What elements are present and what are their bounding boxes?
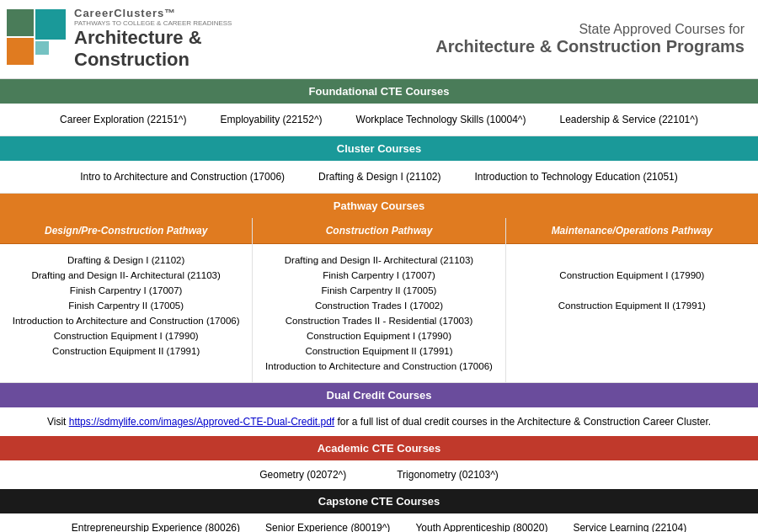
list-item: Finish Carpentry II (17005) bbox=[7, 298, 245, 313]
dual-credit-text-before: Visit bbox=[47, 416, 69, 428]
logo-text: Architecture & Construction bbox=[74, 27, 232, 72]
list-item: Construction Equipment II (17991) bbox=[513, 298, 751, 313]
list-item: Construction Equipment II (17991) bbox=[259, 343, 498, 359]
list-item: Employability (22152^) bbox=[203, 110, 339, 129]
pathway-col-maintenance: Maintenance/Operations Pathway Construct… bbox=[506, 218, 758, 382]
svg-rect-1 bbox=[7, 38, 34, 65]
list-item: Drafting & Design I (21102) bbox=[302, 168, 457, 186]
list-item: Career Exploration (22151^) bbox=[43, 110, 203, 129]
page-header: CareerClusters™ PATHWAYS TO COLLEGE & CA… bbox=[0, 0, 758, 79]
foundational-header: Foundational CTE Courses bbox=[0, 79, 758, 104]
list-item: Finish Carpentry I (17007) bbox=[7, 283, 245, 298]
list-item: Entrepreneurship Experience (80026) bbox=[72, 522, 240, 532]
list-item: Trigonometry (02103^) bbox=[397, 469, 499, 481]
list-item: Leadership & Service (22101^) bbox=[542, 110, 714, 129]
list-item: Construction Equipment I (17990) bbox=[259, 328, 498, 343]
page-title: State Approved Courses for Architecture … bbox=[435, 22, 745, 56]
list-item: Drafting and Design II- Architectural (2… bbox=[259, 253, 498, 268]
career-clusters-subtitle: PATHWAYS TO COLLEGE & CAREER READINESS bbox=[74, 19, 232, 27]
list-item: Drafting and Design II- Architectural (2… bbox=[7, 268, 245, 283]
list-item: Construction Equipment I (17990) bbox=[7, 328, 245, 343]
cluster-courses-row: Intro to Architecture and Construction (… bbox=[0, 161, 758, 194]
list-item: Youth Apprenticeship (80020) bbox=[415, 522, 547, 532]
academic-courses-row: Geometry (02072^) Trigonometry (02103^) bbox=[0, 460, 758, 489]
svg-rect-3 bbox=[35, 41, 49, 55]
pathway-col-maintenance-items: Construction Equipment I (17990) Constru… bbox=[506, 244, 758, 322]
list-item: Service Learning (22104) bbox=[573, 522, 686, 532]
pathway-col-construction-items: Drafting and Design II- Architectural (2… bbox=[253, 244, 504, 382]
list-item: Intro to Architecture and Construction (… bbox=[63, 168, 302, 186]
list-item: Geometry (02072^) bbox=[259, 469, 346, 481]
list-item bbox=[513, 253, 751, 268]
dual-credit-content: Visit https://sdmylife.com/images/Approv… bbox=[0, 407, 758, 436]
pathway-col-design-header: Design/Pre-Construction Pathway bbox=[0, 218, 252, 244]
pathway-col-construction-header: Construction Pathway bbox=[253, 218, 504, 244]
pathway-col-design: Design/Pre-Construction Pathway Drafting… bbox=[0, 218, 253, 382]
list-item: Introduction to Architecture and Constru… bbox=[7, 313, 245, 328]
list-item: Finish Carpentry II (17005) bbox=[259, 283, 498, 298]
capstone-header: Capstone CTE Courses bbox=[0, 489, 758, 513]
foundational-courses-row: Career Exploration (22151^) Employabilit… bbox=[0, 104, 758, 136]
cluster-header: Cluster Courses bbox=[0, 136, 758, 161]
list-item: Construction Equipment I (17990) bbox=[513, 268, 751, 283]
list-item bbox=[513, 283, 751, 298]
pathway-columns: Design/Pre-Construction Pathway Drafting… bbox=[0, 218, 758, 383]
list-item: Drafting & Design I (21102) bbox=[7, 253, 245, 268]
list-item: Construction Equipment II (17991) bbox=[7, 343, 245, 359]
list-item: Construction Trades I (17002) bbox=[259, 298, 498, 313]
list-item: Construction Trades II - Residential (17… bbox=[259, 313, 498, 328]
pathway-col-design-items: Drafting & Design I (21102) Drafting and… bbox=[0, 244, 252, 367]
list-item: Introduction to Architecture and Constru… bbox=[259, 359, 498, 374]
dual-credit-link[interactable]: https://sdmylife.com/images/Approved-CTE… bbox=[69, 416, 334, 428]
career-clusters-badge: CareerClusters™ PATHWAYS TO COLLEGE & CA… bbox=[74, 7, 232, 72]
foundational-courses-list: Career Exploration (22151^) Employabilit… bbox=[17, 110, 741, 129]
pathway-col-construction: Construction Pathway Drafting and Design… bbox=[253, 218, 505, 382]
dual-credit-header: Dual Credit Courses bbox=[0, 383, 758, 407]
logo-icon bbox=[7, 9, 66, 68]
cluster-courses-list: Intro to Architecture and Construction (… bbox=[17, 168, 741, 186]
list-item: Finish Carpentry I (17007) bbox=[259, 268, 498, 283]
dual-credit-text-after: for a full list of dual credit courses i… bbox=[334, 416, 711, 428]
pathway-col-maintenance-header: Maintenance/Operations Pathway bbox=[506, 218, 758, 244]
career-clusters-title: CareerClusters™ bbox=[74, 7, 232, 19]
list-item: Senior Experience (80019^) bbox=[265, 522, 390, 532]
svg-rect-2 bbox=[35, 9, 66, 40]
logo-area: CareerClusters™ PATHWAYS TO COLLEGE & CA… bbox=[7, 7, 232, 72]
list-item: Workplace Technology Skills (10004^) bbox=[339, 110, 543, 129]
academic-header: Academic CTE Courses bbox=[0, 436, 758, 460]
svg-rect-0 bbox=[7, 9, 34, 36]
capstone-courses-row: Entrepreneurship Experience (80026) Seni… bbox=[0, 513, 758, 532]
pathway-header: Pathway Courses bbox=[0, 194, 758, 218]
list-item: Introduction to Technology Education (21… bbox=[457, 168, 694, 186]
